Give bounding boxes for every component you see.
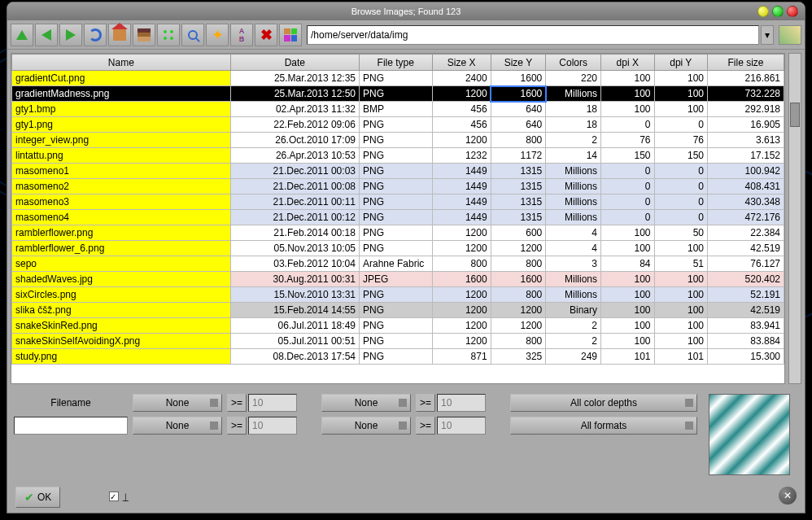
table-row[interactable]: snakeSkinRed.png06.Jul.2011 18:49PNG1200… <box>12 318 784 334</box>
table-row[interactable]: shadedWaves.jpg30.Aug.2011 00:31JPEG1600… <box>12 272 784 287</box>
delete-button[interactable]: ✖ <box>255 24 277 46</box>
table-row[interactable]: snakeSkinSelfAvoidingX.png05.Jul.2011 00… <box>12 334 784 349</box>
filter-op1[interactable]: >= <box>227 394 247 412</box>
cell-sizey: 1600 <box>491 272 546 287</box>
table-row[interactable]: sixCircles.png15.Nov.2010 13:31PNG120080… <box>12 287 784 303</box>
filter-sort3[interactable]: None <box>133 417 222 435</box>
home-icon <box>113 29 126 41</box>
cell-sizey: 600 <box>491 225 546 241</box>
filename-label: Filename <box>14 397 128 409</box>
format-filter[interactable]: All formats <box>510 417 697 435</box>
filter-val4[interactable] <box>437 417 486 435</box>
cell-dpiy: 0 <box>654 164 708 179</box>
filter-sort2[interactable]: None <box>321 394 411 412</box>
col-filesize[interactable]: File size <box>708 55 784 71</box>
cell-dpix: 150 <box>601 148 655 164</box>
cell-name: masomeno1 <box>12 164 231 179</box>
col-sizey[interactable]: Size Y <box>491 55 546 71</box>
filter-sort4[interactable]: None <box>321 417 411 435</box>
close-button[interactable] <box>787 6 798 17</box>
cell-colors: 2 <box>546 133 601 148</box>
color-depth-filter[interactable]: All color depths <box>510 394 697 412</box>
cell-name: integer_view.png <box>12 133 231 148</box>
star-button[interactable]: ✦ <box>206 24 229 46</box>
minimize-button[interactable] <box>757 6 769 17</box>
table-row[interactable]: masomeno121.Dec.2011 00:03PNG14491315Mil… <box>12 164 784 179</box>
dropdown-icon <box>210 399 218 407</box>
cell-dpix: 0 <box>601 210 655 225</box>
col-type[interactable]: File type <box>359 55 432 71</box>
table-row[interactable]: integer_view.png26.Oct.2010 17:09PNG1200… <box>12 133 784 148</box>
scrollbar-thumb[interactable] <box>790 103 800 127</box>
filter-op4[interactable]: >= <box>416 417 435 435</box>
table-row[interactable]: study.png08.Dec.2013 17:54PNG87132524910… <box>12 349 784 365</box>
col-sizex[interactable]: Size X <box>432 55 491 71</box>
cell-name: slika čšž.png <box>12 303 231 318</box>
col-dpix[interactable]: dpi X <box>601 55 655 71</box>
cell-colors: Millions <box>546 272 601 287</box>
table-row[interactable]: lintattu.png26.Apr.2013 10:53PNG12321172… <box>12 148 784 164</box>
cell-type: PNG <box>359 241 432 256</box>
cell-sizex: 871 <box>432 349 491 365</box>
col-name[interactable]: Name <box>12 55 231 71</box>
table-row[interactable]: gradientCut.png25.Mar.2013 12:35PNG24001… <box>12 71 784 86</box>
check-icon: ✔ <box>24 491 34 504</box>
cell-name: lintattu.png <box>12 148 231 164</box>
table-row[interactable]: gty1.png22.Feb.2012 09:06PNG456640180016… <box>12 117 784 133</box>
cell-dpix: 100 <box>601 102 655 117</box>
path-input[interactable] <box>307 25 759 45</box>
filter-op3[interactable]: >= <box>227 417 247 435</box>
home-button[interactable] <box>108 24 131 46</box>
table-row[interactable]: slika čšž.png15.Feb.2014 14:55PNG1200120… <box>12 303 784 318</box>
col-dpiy[interactable]: dpi Y <box>654 55 708 71</box>
back-button[interactable] <box>35 24 58 46</box>
filter-val1[interactable] <box>248 394 297 412</box>
cell-dpiy: 100 <box>654 102 708 117</box>
col-colors[interactable]: Colors <box>546 55 601 71</box>
titlebar[interactable]: Browse Images; Found 123 <box>7 2 805 20</box>
table-row[interactable]: masomeno221.Dec.2011 00:08PNG14491315Mil… <box>12 179 784 194</box>
table-row[interactable]: gty1.bmp02.Apr.2013 11:32BMP456640181001… <box>12 102 784 117</box>
close-corner-button[interactable]: ✕ <box>779 487 797 505</box>
table-row[interactable]: ramblerflower_6.png05.Nov.2013 10:05PNG1… <box>12 241 784 256</box>
table-row[interactable]: masomeno421.Dec.2011 00:12PNG14491315Mil… <box>12 210 784 225</box>
dropdown-icon <box>210 422 218 430</box>
table-header-row: Name Date File type Size X Size Y Colors… <box>12 55 784 71</box>
maximize-button[interactable] <box>772 6 784 17</box>
table-row[interactable]: masomeno321.Dec.2011 00:11PNG14491315Mil… <box>12 194 784 210</box>
thumbnails-button[interactable] <box>157 24 180 46</box>
zoom-button[interactable] <box>181 24 204 46</box>
ok-button[interactable]: ✔ OK <box>15 487 60 508</box>
table-row[interactable]: gradientMadness.png25.Mar.2013 12:50PNG1… <box>12 86 784 102</box>
col-date[interactable]: Date <box>230 55 359 71</box>
filter-sort1[interactable]: None <box>133 394 222 412</box>
up-button[interactable] <box>11 24 33 46</box>
filename-input[interactable] <box>14 417 128 435</box>
path-dropdown[interactable]: ▾ <box>761 25 774 45</box>
filter-checkbox[interactable] <box>109 492 119 501</box>
ab-icon: AB <box>239 27 245 43</box>
refresh-button[interactable] <box>84 24 107 46</box>
cell-date: 21.Dec.2011 00:03 <box>230 164 359 179</box>
table-row[interactable]: sepo03.Feb.2012 10:04Arahne Fabric800800… <box>12 256 784 272</box>
cell-filesize: 83.884 <box>708 334 784 349</box>
cell-sizex: 456 <box>432 102 491 117</box>
ab-button[interactable]: AB <box>230 24 253 46</box>
cell-dpix: 0 <box>601 179 655 194</box>
tree-button[interactable] <box>779 25 801 45</box>
cell-dpiy: 0 <box>654 179 708 194</box>
filter-val2[interactable] <box>437 394 486 412</box>
cell-sizey: 640 <box>491 117 546 133</box>
cell-dpiy: 100 <box>654 287 708 303</box>
vertical-scrollbar[interactable] <box>788 53 801 384</box>
grid-button[interactable] <box>279 24 302 46</box>
cell-filesize: 83.941 <box>708 318 784 334</box>
forward-button[interactable] <box>59 24 82 46</box>
cell-filesize: 472.176 <box>708 210 784 225</box>
filter-op2[interactable]: >= <box>416 394 435 412</box>
cell-sizex: 1200 <box>432 287 491 303</box>
cell-date: 05.Jul.2011 00:51 <box>230 334 359 349</box>
filter-val3[interactable] <box>248 417 297 435</box>
stripes-button[interactable] <box>133 24 155 46</box>
table-row[interactable]: ramblerflower.png21.Feb.2014 00:18PNG120… <box>12 225 784 241</box>
